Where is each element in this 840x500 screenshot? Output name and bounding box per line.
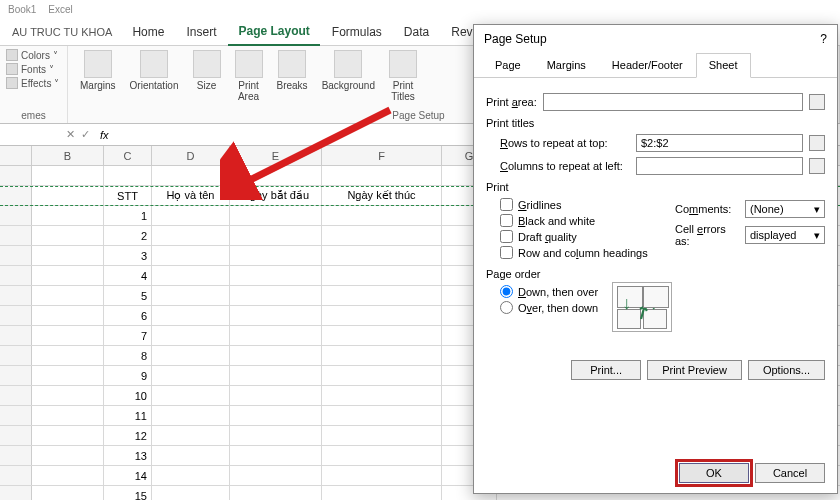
cell[interactable] <box>322 326 442 345</box>
cell[interactable]: 5 <box>104 286 152 305</box>
col-header-d[interactable]: D <box>152 146 230 165</box>
cell[interactable]: Họ và tên <box>152 186 230 205</box>
row-header[interactable] <box>0 466 32 485</box>
row-header[interactable] <box>0 366 32 385</box>
cancel-icon[interactable]: ✕ <box>66 128 75 141</box>
help-icon[interactable]: ? <box>820 32 827 46</box>
cell[interactable] <box>230 266 322 285</box>
cell[interactable] <box>32 426 104 445</box>
enter-icon[interactable]: ✓ <box>81 128 90 141</box>
colors-button[interactable]: Colors ˅ <box>6 48 61 62</box>
cell[interactable] <box>230 366 322 385</box>
tab-formulas[interactable]: Formulas <box>322 19 392 45</box>
cell[interactable]: 3 <box>104 246 152 265</box>
cell[interactable]: 2 <box>104 226 152 245</box>
fonts-button[interactable]: Fonts ˅ <box>6 62 61 76</box>
cell[interactable] <box>322 306 442 325</box>
row-header[interactable] <box>0 246 32 265</box>
cell[interactable] <box>152 206 230 225</box>
cell[interactable]: 10 <box>104 386 152 405</box>
cell[interactable] <box>322 406 442 425</box>
cell[interactable]: Ngày kết thúc <box>322 186 442 205</box>
cell[interactable] <box>322 386 442 405</box>
cell-errors-select[interactable]: displayed▾ <box>745 226 825 244</box>
dtab-sheet[interactable]: Sheet <box>696 53 751 78</box>
cell[interactable] <box>152 166 230 185</box>
cell[interactable]: 13 <box>104 446 152 465</box>
cell[interactable] <box>32 186 104 205</box>
tab-home[interactable]: Home <box>122 19 174 45</box>
row-header[interactable] <box>0 346 32 365</box>
cell[interactable] <box>322 426 442 445</box>
dtab-header-footer[interactable]: Header/Footer <box>599 53 696 77</box>
cell[interactable] <box>32 306 104 325</box>
cell[interactable]: 9 <box>104 366 152 385</box>
cell[interactable] <box>322 266 442 285</box>
print-titles-button[interactable]: Print Titles <box>383 48 423 104</box>
cell[interactable] <box>322 366 442 385</box>
rows-repeat-input[interactable] <box>636 134 803 152</box>
cell[interactable] <box>152 406 230 425</box>
row-header[interactable] <box>0 166 32 185</box>
cell[interactable] <box>152 286 230 305</box>
cell[interactable] <box>230 326 322 345</box>
cell[interactable]: 6 <box>104 306 152 325</box>
cell[interactable] <box>152 366 230 385</box>
cancel-button[interactable]: Cancel <box>755 463 825 483</box>
col-header-f[interactable]: F <box>322 146 442 165</box>
print-button[interactable]: Print... <box>571 360 641 380</box>
cell[interactable] <box>230 246 322 265</box>
row-header[interactable] <box>0 186 32 205</box>
print-area-input[interactable] <box>543 93 803 111</box>
row-header[interactable] <box>0 266 32 285</box>
cell[interactable]: 14 <box>104 466 152 485</box>
cell[interactable] <box>32 466 104 485</box>
background-button[interactable]: Background <box>316 48 381 93</box>
col-header-e[interactable]: E <box>230 146 322 165</box>
dtab-page[interactable]: Page <box>482 53 534 77</box>
cell[interactable] <box>322 246 442 265</box>
cell[interactable] <box>322 206 442 225</box>
collapse-icon[interactable] <box>809 94 825 110</box>
cell[interactable] <box>32 326 104 345</box>
cell[interactable] <box>32 266 104 285</box>
cell[interactable] <box>230 346 322 365</box>
cell[interactable] <box>322 166 442 185</box>
cell[interactable] <box>230 306 322 325</box>
row-header[interactable] <box>0 386 32 405</box>
cell[interactable] <box>152 306 230 325</box>
cell[interactable] <box>32 406 104 425</box>
cell[interactable] <box>152 466 230 485</box>
comments-select[interactable]: (None)▾ <box>745 200 825 218</box>
cols-repeat-input[interactable] <box>636 157 803 175</box>
cell[interactable] <box>32 346 104 365</box>
print-preview-button[interactable]: Print Preview <box>647 360 742 380</box>
tab-insert[interactable]: Insert <box>176 19 226 45</box>
cell[interactable] <box>32 286 104 305</box>
row-col-headings-checkbox[interactable] <box>500 246 513 259</box>
dtab-margins[interactable]: Margins <box>534 53 599 77</box>
row-header[interactable] <box>0 426 32 445</box>
effects-button[interactable]: Effects ˅ <box>6 76 61 90</box>
cell[interactable] <box>230 206 322 225</box>
black-white-checkbox[interactable] <box>500 214 513 227</box>
cell[interactable] <box>32 486 104 500</box>
cell[interactable]: Ngày bắt đầu <box>230 186 322 205</box>
cell[interactable] <box>32 246 104 265</box>
cell[interactable]: 12 <box>104 426 152 445</box>
select-all-corner[interactable] <box>0 146 32 165</box>
cell[interactable]: 4 <box>104 266 152 285</box>
cell[interactable]: 7 <box>104 326 152 345</box>
margins-button[interactable]: Margins <box>74 48 122 93</box>
gridlines-checkbox[interactable] <box>500 198 513 211</box>
cell[interactable] <box>152 326 230 345</box>
row-header[interactable] <box>0 206 32 225</box>
cell[interactable] <box>152 266 230 285</box>
cell[interactable] <box>152 226 230 245</box>
cell[interactable] <box>32 226 104 245</box>
cell[interactable] <box>32 386 104 405</box>
cell[interactable] <box>322 226 442 245</box>
cell[interactable] <box>230 386 322 405</box>
cell[interactable] <box>230 486 322 500</box>
cell[interactable]: STT <box>104 186 152 205</box>
